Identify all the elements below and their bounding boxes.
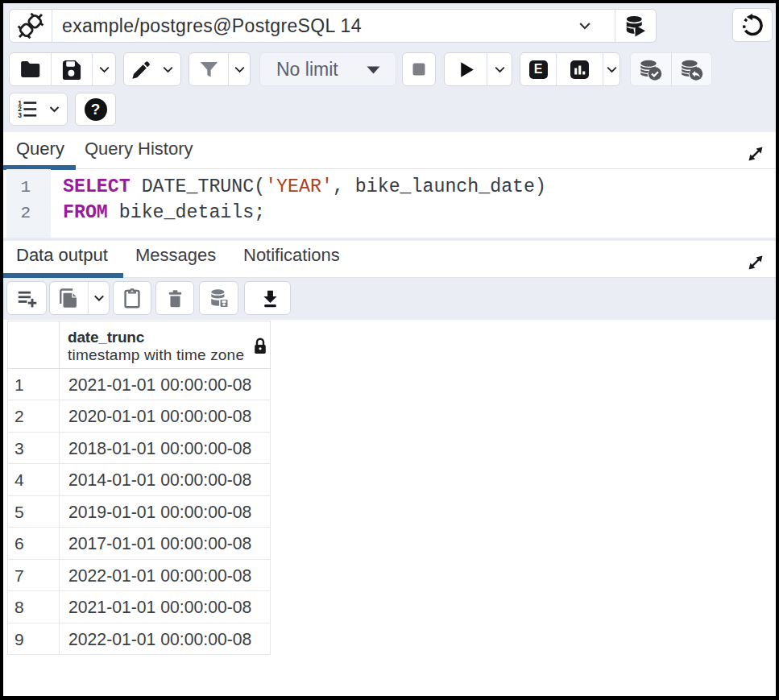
svg-text:3: 3 [18, 111, 22, 119]
